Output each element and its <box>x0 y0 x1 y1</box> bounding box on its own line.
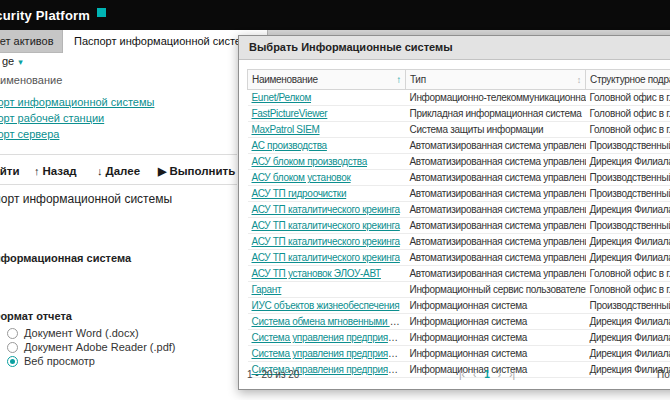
system-link[interactable]: АСУ ТП каталитического крекинга <box>252 204 400 215</box>
system-unit-cell: Головной офис в г. М <box>586 282 670 298</box>
brand-logo-mark <box>97 8 106 17</box>
system-link[interactable]: АСУ ТП каталитического крекинга <box>252 236 400 247</box>
system-type-cell: Информационная система <box>406 298 586 314</box>
tab-asset-inventory[interactable]: Учет активов <box>0 30 65 52</box>
radio-icon <box>7 356 18 367</box>
arrow-down-icon: ↓ <box>97 165 103 177</box>
system-type-cell: Автоматизированная система управления <box>406 234 586 250</box>
system-link[interactable]: Гарант <box>252 284 282 295</box>
system-unit-cell: Головной офис в г. М <box>586 266 670 282</box>
system-link[interactable]: АСУ блоком установок <box>252 172 351 183</box>
system-unit-cell: Головной офис в г. М <box>586 122 670 138</box>
table-row[interactable]: АСУ ТП гидроочистки Автоматизированная с… <box>248 186 670 202</box>
systems-table: Наименование↑ Тип↕ Структурное подраздел… <box>247 69 670 378</box>
system-type-cell: Информационно-телекоммуникационная сеть <box>406 90 586 106</box>
system-type-cell: Автоматизированная система управления <box>406 250 586 266</box>
column-header-unit-label: Структурное подразделение <box>590 74 670 85</box>
prev-page-icon[interactable]: ‹ <box>473 369 476 380</box>
report-format-label: Формат отчета <box>0 310 72 322</box>
nav-link-workstation-passport[interactable]: Паспорт рабочей станции <box>0 112 104 124</box>
system-type-cell: Информационная система <box>406 330 586 346</box>
find-button[interactable]: Найти <box>0 165 19 177</box>
system-link[interactable]: АСУ ТП установок ЭЛОУ-АВТ <box>252 268 381 279</box>
table-row[interactable]: АСУ ТП каталитического крекинга Автомати… <box>248 202 670 218</box>
system-link[interactable]: АСУ ТП каталитического крекинга <box>252 220 400 231</box>
table-row[interactable]: ИУС объектов жизнеобеспечения Информацио… <box>248 298 670 314</box>
system-link[interactable]: MaxPatrol SIEM <box>252 124 320 135</box>
system-type-cell: Автоматизированная система управления <box>406 218 586 234</box>
table-row[interactable]: Система обмена мгновенными с… Информацио… <box>248 314 670 330</box>
radio-doc-word[interactable]: Документ Word (.docx) <box>7 327 139 339</box>
back-button[interactable]: ↑Назад <box>34 165 77 177</box>
system-unit-cell: Дирекция Филиала Ц <box>586 314 670 330</box>
system-type-cell: Автоматизированная система управления <box>406 186 586 202</box>
table-row[interactable]: АСУ блоком производства Автоматизированн… <box>248 154 670 170</box>
system-type-cell: Автоматизированная система управления <box>406 202 586 218</box>
table-row[interactable]: Гарант Информационный сервис пользовател… <box>248 282 670 298</box>
last-page-icon[interactable]: ›| <box>509 369 515 380</box>
system-unit-cell: Дирекция Филиала Ц <box>586 234 670 250</box>
system-link[interactable]: АСУ ТП гидроочистки <box>252 188 347 199</box>
nav-link-server-passport[interactable]: Паспорт сервера <box>0 128 59 140</box>
system-unit-cell: Дирекция Филиала Ц <box>586 250 670 266</box>
divider <box>0 154 237 155</box>
table-header-row: Наименование↑ Тип↕ Структурное подраздел… <box>248 70 670 90</box>
report-title: Паспорт информационной системы <box>0 192 172 206</box>
pagination-controls: |‹ ‹ 1 › ›| <box>459 369 515 380</box>
system-unit-cell: Производственный у <box>586 186 670 202</box>
next-button[interactable]: ↓Далее <box>97 165 140 177</box>
table-row[interactable]: АСУ ТП установок ЭЛОУ-АВТ Автоматизирова… <box>248 266 670 282</box>
radio-web-view[interactable]: Веб просмотр <box>7 355 95 367</box>
system-unit-cell: Производственный у <box>586 298 670 314</box>
system-unit-cell: Головной офис в г. М <box>586 90 670 106</box>
table-row[interactable]: Eunet/Релком Информационно-телекоммуника… <box>248 90 670 106</box>
system-type-cell: Автоматизированная система управления <box>406 266 586 282</box>
table-row[interactable]: АСУ блоком установок Автоматизированная … <box>248 170 670 186</box>
field-label-information-system: Информационная система <box>0 252 131 264</box>
system-type-cell: Информационный сервис пользователей <box>406 282 586 298</box>
system-link[interactable]: Система обмена мгновенными с… <box>252 316 405 327</box>
table-row[interactable]: АСУ ТП каталитического крекинга Автомати… <box>248 234 670 250</box>
table-row[interactable]: Система управления предприяти… Информаци… <box>248 346 670 362</box>
nav-link-system-passport[interactable]: Паспорт информационной системы <box>0 96 154 108</box>
app-title: Security Platform <box>0 8 90 23</box>
system-link[interactable]: Система управления предприяти… <box>252 332 406 343</box>
system-type-cell: Прикладная информационная система <box>406 106 586 122</box>
system-link[interactable]: АС производства <box>252 140 327 151</box>
page-dropdown[interactable]: ge▾ <box>2 55 23 67</box>
system-link[interactable]: FastPictureViewer <box>252 108 328 119</box>
table-row[interactable]: FastPictureViewer Прикладная информацион… <box>248 106 670 122</box>
column-header-type[interactable]: Тип↕ <box>406 70 586 90</box>
table-row[interactable]: Система управления предприяти… Информаци… <box>248 330 670 346</box>
system-link[interactable]: Система управления предприяти… <box>252 348 406 359</box>
system-link[interactable]: Eunet/Релком <box>252 92 312 103</box>
page-dropdown-label: ge <box>2 55 14 67</box>
system-link[interactable]: АСУ блоком производства <box>252 156 368 167</box>
radio-icon <box>7 342 18 353</box>
table-row[interactable]: АСУ ТП каталитического крекинга Автомати… <box>248 250 670 266</box>
column-header-unit[interactable]: Структурное подразделение <box>586 70 670 90</box>
first-page-icon[interactable]: |‹ <box>459 369 465 380</box>
system-unit-cell: Производственный у <box>586 138 670 154</box>
column-header-type-label: Тип <box>410 74 426 85</box>
dialog-select-information-systems: Выбрать Информационные системы Наименова… <box>238 35 670 390</box>
chevron-down-icon: ▾ <box>18 57 23 67</box>
radio-label: Документ Word (.docx) <box>24 327 139 339</box>
current-page[interactable]: 1 <box>484 369 490 380</box>
table-row[interactable]: АС производства Автоматизированная систе… <box>248 138 670 154</box>
column-header-name[interactable]: Наименование↑ <box>248 70 406 90</box>
radio-doc-pdf[interactable]: Документ Adobe Reader (.pdf) <box>7 341 176 353</box>
system-type-cell: Автоматизированная система управления <box>406 154 586 170</box>
radio-icon <box>7 328 18 339</box>
system-unit-cell: Головной офис в г. М <box>586 106 670 122</box>
system-type-cell: Автоматизированная система управления <box>406 170 586 186</box>
system-type-cell: Автоматизированная система управления <box>406 138 586 154</box>
table-row[interactable]: АСУ ТП каталитического крекинга Автомати… <box>248 218 670 234</box>
nav-list-header: Наименование <box>0 74 62 86</box>
play-icon: ▶ <box>158 165 166 177</box>
table-row[interactable]: MaxPatrol SIEM Система защиты информации… <box>248 122 670 138</box>
next-page-icon[interactable]: › <box>498 369 501 380</box>
system-link[interactable]: ИУС объектов жизнеобеспечения <box>252 300 400 311</box>
system-link[interactable]: АСУ ТП каталитического крекинга <box>252 252 400 263</box>
run-button[interactable]: ▶Выполнить <box>158 165 235 178</box>
